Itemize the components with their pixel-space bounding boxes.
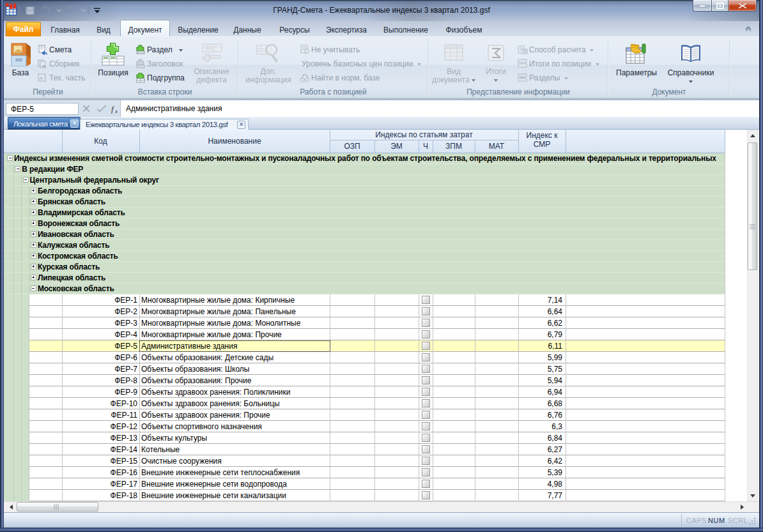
svg-text:A: A — [40, 75, 43, 81]
svg-text:x: x — [114, 108, 118, 114]
